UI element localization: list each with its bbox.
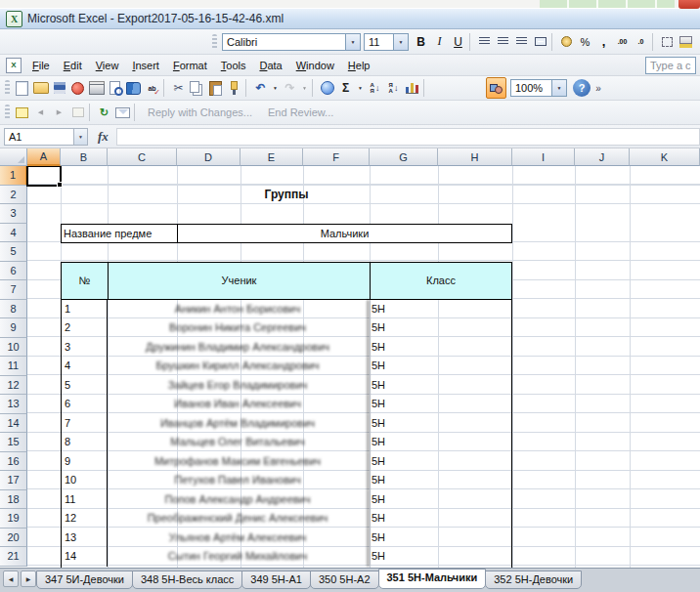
- row-header-9[interactable]: 9: [0, 318, 27, 338]
- row-header-21[interactable]: 21: [0, 547, 27, 567]
- column-header-k[interactable]: K: [630, 148, 700, 166]
- class-cell[interactable]: 5Н: [369, 433, 511, 452]
- previous-comment-button[interactable]: [31, 103, 50, 122]
- class-cell[interactable]: 5Н: [369, 471, 511, 490]
- update-file-button[interactable]: [95, 103, 113, 122]
- class-cell[interactable]: 5Н: [369, 395, 511, 414]
- menu-view[interactable]: View: [89, 57, 126, 74]
- column-header-h[interactable]: H: [438, 148, 512, 166]
- separator[interactable]: [134, 104, 138, 121]
- name-box-dropdown[interactable]: [74, 128, 88, 146]
- comma-style-button[interactable]: ,: [594, 32, 613, 52]
- row-header-17[interactable]: 17: [0, 471, 27, 490]
- student-name-cell[interactable]: Сытин Георгий Михайлович: [108, 547, 369, 567]
- sort-ascending-button[interactable]: [366, 78, 384, 98]
- menu-window[interactable]: Window: [289, 57, 341, 74]
- reply-with-changes-button[interactable]: Reply with Changes...: [140, 106, 260, 118]
- row-number-cell[interactable]: 1: [62, 300, 108, 319]
- menu-data[interactable]: Data: [252, 57, 288, 74]
- tab-scroll-left-button[interactable]: ◀: [3, 571, 19, 587]
- font-name-combobox[interactable]: Calibri: [222, 33, 361, 51]
- paste-button[interactable]: [206, 78, 225, 98]
- menu-help[interactable]: Help: [341, 57, 377, 74]
- row-header-4[interactable]: 4: [0, 224, 27, 243]
- class-cell[interactable]: 5Н: [369, 318, 511, 338]
- cut-button[interactable]: [169, 78, 188, 98]
- student-name-cell[interactable]: Дружинин Владимир Александрович: [108, 338, 369, 358]
- help-question-input[interactable]: Type a c: [645, 57, 696, 74]
- menu-tools[interactable]: Tools: [214, 57, 253, 74]
- insert-function-icon[interactable]: fx: [98, 129, 109, 145]
- menu-insert[interactable]: Insert: [125, 57, 166, 74]
- toolbar-options-button[interactable]: »: [592, 83, 604, 94]
- save-button[interactable]: [50, 78, 68, 98]
- sheet-group-title[interactable]: Группы: [61, 186, 512, 205]
- formula-input[interactable]: [116, 128, 700, 146]
- student-name-cell[interactable]: Брушкин Кирилл Александрович: [108, 357, 369, 376]
- row-number-cell[interactable]: 8: [62, 433, 108, 452]
- next-comment-button[interactable]: [50, 103, 68, 122]
- sheet-tab-347[interactable]: 347 5И-Девочки: [36, 571, 133, 589]
- bold-button[interactable]: B: [412, 32, 430, 52]
- undo-button[interactable]: ↶: [251, 78, 270, 98]
- show-comment-button[interactable]: [68, 103, 87, 122]
- row-header-14[interactable]: 14: [0, 414, 27, 434]
- row-header-11[interactable]: 11: [0, 357, 27, 376]
- row-header-7[interactable]: 7: [0, 280, 27, 300]
- redo-dropdown[interactable]: [299, 78, 310, 98]
- merge-center-button[interactable]: [531, 32, 549, 52]
- class-cell[interactable]: 5Н: [369, 414, 511, 434]
- sheet-tab-350[interactable]: 350 5Н-А2: [310, 571, 379, 589]
- student-name-cell[interactable]: Митрофанов Максим Евгеньевич: [108, 452, 369, 472]
- class-cell[interactable]: 5Н: [369, 452, 511, 472]
- separator[interactable]: [245, 79, 249, 97]
- new-comment-button[interactable]: [13, 103, 31, 122]
- chevron-down-icon[interactable]: [345, 34, 360, 50]
- sheet-tab-349[interactable]: 349 5Н-А1: [241, 571, 311, 589]
- row-number-cell[interactable]: 2: [62, 318, 108, 338]
- student-name-cell[interactable]: Петухов Павел Иванович: [108, 471, 369, 490]
- permission-button[interactable]: [68, 78, 87, 98]
- row-header-1[interactable]: 1: [0, 166, 27, 186]
- separator[interactable]: [423, 79, 427, 97]
- menu-edit[interactable]: Edit: [57, 57, 89, 74]
- borders-button[interactable]: [658, 32, 677, 52]
- spelling-button[interactable]: [143, 78, 161, 98]
- column-header-f[interactable]: F: [303, 148, 370, 166]
- new-button[interactable]: [13, 78, 31, 98]
- row-number-cell[interactable]: 3: [62, 338, 108, 358]
- class-cell[interactable]: 5Н: [369, 547, 511, 567]
- research-button[interactable]: [124, 78, 143, 98]
- student-name-cell[interactable]: Зайцев Егор Владимирович: [108, 376, 369, 396]
- sheet-canvas[interactable]: Группы Название предме Мальчики № Ученик…: [27, 166, 700, 568]
- italic-button[interactable]: I: [430, 32, 449, 52]
- class-cell[interactable]: 5Н: [369, 338, 511, 358]
- row-header-10[interactable]: 10: [0, 338, 27, 358]
- separator[interactable]: [551, 33, 555, 51]
- align-right-button[interactable]: [512, 32, 531, 52]
- zoom-combobox[interactable]: 100%: [510, 79, 567, 97]
- drawing-button[interactable]: [486, 77, 506, 99]
- open-button[interactable]: [31, 78, 50, 98]
- font-size-combobox[interactable]: 11: [364, 33, 409, 51]
- increase-decimal-button[interactable]: .00: [613, 32, 632, 52]
- row-header-18[interactable]: 18: [0, 490, 27, 510]
- spacer[interactable]: [429, 78, 486, 98]
- row-header-16[interactable]: 16: [0, 452, 27, 472]
- row-number-cell[interactable]: 11: [62, 490, 108, 510]
- student-name-cell[interactable]: Преображенский Денис Алексеевич: [108, 509, 369, 529]
- format-painter-button[interactable]: [225, 78, 243, 98]
- sheet-tab-348[interactable]: 348 5Н-Весь класс: [132, 571, 242, 589]
- student-name-cell[interactable]: Воронин Никита Сергеевич: [108, 318, 369, 338]
- chevron-down-icon[interactable]: [393, 34, 408, 50]
- column-header-g[interactable]: G: [370, 148, 438, 166]
- column-header-c[interactable]: C: [108, 148, 177, 166]
- redo-button[interactable]: ↷: [281, 78, 299, 98]
- sheet-tab-352[interactable]: 352 5Н-Девочки: [485, 571, 582, 589]
- toolbar-grip[interactable]: [5, 80, 10, 96]
- active-cell-selection[interactable]: [26, 166, 62, 187]
- autosum-dropdown[interactable]: [355, 78, 366, 98]
- row-number-cell[interactable]: 13: [62, 529, 108, 548]
- row-number-cell[interactable]: 4: [62, 357, 108, 376]
- toolbar-grip[interactable]: [212, 34, 217, 50]
